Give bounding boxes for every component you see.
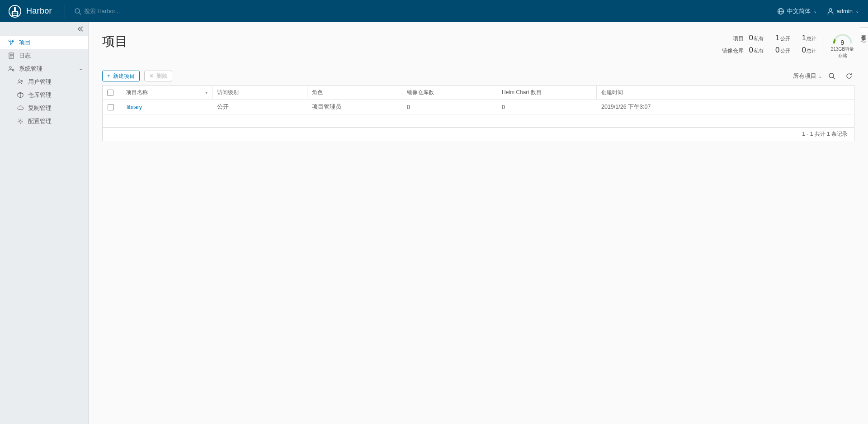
delete-label: 删除 xyxy=(156,72,167,80)
chevron-down-icon: ⌄ xyxy=(855,9,859,14)
svg-point-20 xyxy=(21,80,22,81)
col-chart-count[interactable]: Helm Chart 数目 xyxy=(497,86,596,99)
cell-repo-count: 0 xyxy=(402,101,497,113)
sidebar-item-label: 项目 xyxy=(19,38,31,47)
storage-value: 9 xyxy=(830,38,854,46)
search-button[interactable] xyxy=(826,71,837,81)
sidebar-item-label: 配置管理 xyxy=(28,117,52,125)
cell-role: 项目管理员 xyxy=(307,100,402,114)
sidebar: 项目 日志 系统管理 ⌄ 用户管理 仓库管理 xyxy=(0,22,89,424)
search-input[interactable] xyxy=(84,8,184,14)
cell-chart-count: 0 xyxy=(497,101,596,113)
brand-title: Harbor xyxy=(26,6,52,16)
new-project-button[interactable]: + 新建项目 xyxy=(102,71,140,81)
projects-table: 项目名称 ▾ 访问级别 角色 镜像仓库数 Helm Chart 数目 创建时间 … xyxy=(102,85,854,141)
sidebar-item-users[interactable]: 用户管理 xyxy=(0,75,88,88)
stat-proj-private: 0 xyxy=(749,33,753,42)
cell-access: 公开 xyxy=(212,100,307,114)
svg-point-2 xyxy=(75,9,80,13)
harbor-logo-icon xyxy=(8,5,22,18)
users-icon xyxy=(17,79,24,85)
storage-capacity: 213GB容量 xyxy=(830,46,854,52)
logs-icon xyxy=(8,52,14,59)
sidebar-item-label: 仓库管理 xyxy=(28,91,52,99)
cube-icon xyxy=(17,92,24,98)
sidebar-item-label: 日志 xyxy=(19,52,31,60)
row-checkbox[interactable] xyxy=(108,104,114,110)
col-repo-count[interactable]: 镜像仓库数 xyxy=(402,86,497,99)
sidebar-item-label: 系统管理 xyxy=(19,65,42,73)
stat-proj-public: 1 xyxy=(775,33,779,42)
stats-row-projects-label: 项目 xyxy=(721,33,745,44)
cell-created: 2019/1/26 下午3:07 xyxy=(596,100,854,114)
global-search[interactable] xyxy=(74,8,184,15)
double-chevron-left-icon xyxy=(77,26,84,32)
projects-icon xyxy=(8,39,14,46)
table-row[interactable]: library 公开 项目管理员 0 0 2019/1/26 下午3:07 xyxy=(103,100,854,114)
stat-repo-public: 0 xyxy=(775,46,779,54)
sidebar-item-logs[interactable]: 日志 xyxy=(0,49,88,62)
col-name[interactable]: 项目名称 ▾ xyxy=(122,86,212,99)
table-header: 项目名称 ▾ 访问级别 角色 镜像仓库数 Helm Chart 数目 创建时间 xyxy=(103,86,854,100)
admin-icon xyxy=(8,66,14,72)
svg-point-15 xyxy=(9,66,11,68)
event-log-tab[interactable]: 事件日志 xyxy=(860,27,868,37)
svg-line-23 xyxy=(833,77,835,79)
svg-line-3 xyxy=(79,13,81,14)
main-content: 项目 项目 0私有 1公开 1总计 镜像仓库 0私有 0公开 0总计 xyxy=(89,22,868,424)
table-footer: 1 - 1 共计 1 条记录 xyxy=(103,127,854,141)
sidebar-item-config[interactable]: 配置管理 xyxy=(0,114,88,128)
language-selector[interactable]: 中文简体 ⌄ xyxy=(777,7,817,15)
action-bar: + 新建项目 ✕ 删除 所有项目 ⌄ xyxy=(102,71,854,81)
stats-block: 项目 0私有 1公开 1总计 镜像仓库 0私有 0公开 0总计 xyxy=(721,33,854,59)
storage-card: 9 213GB容量 存储 xyxy=(824,33,854,59)
stat-repo-total: 0 xyxy=(802,46,806,54)
svg-point-7 xyxy=(829,9,832,11)
app-header: Harbor 中文简体 ⌄ admin ⌄ xyxy=(0,0,868,22)
refresh-button[interactable] xyxy=(844,71,854,81)
project-link[interactable]: library xyxy=(127,104,142,110)
brand-block[interactable]: Harbor xyxy=(8,4,65,19)
globe-icon xyxy=(777,8,784,15)
sidebar-item-label: 用户管理 xyxy=(28,78,52,86)
sidebar-collapse-button[interactable] xyxy=(0,22,88,36)
chevron-down-icon: ⌄ xyxy=(813,9,817,14)
sidebar-item-label: 复制管理 xyxy=(28,104,52,112)
svg-point-16 xyxy=(12,69,14,71)
sidebar-item-replication[interactable]: 复制管理 xyxy=(0,101,88,114)
delete-button[interactable]: ✕ 删除 xyxy=(144,71,172,81)
filter-label: 所有项目 xyxy=(793,72,816,80)
stat-proj-total: 1 xyxy=(802,33,806,42)
svg-point-19 xyxy=(19,80,20,81)
search-icon xyxy=(74,8,81,15)
svg-point-22 xyxy=(829,73,834,78)
sidebar-item-repos[interactable]: 仓库管理 xyxy=(0,88,88,101)
chevron-down-icon: ⌄ xyxy=(79,66,83,71)
svg-rect-1 xyxy=(14,7,16,11)
language-label: 中文简体 xyxy=(787,7,811,15)
close-icon: ✕ xyxy=(149,73,154,79)
project-filter-dropdown[interactable]: 所有项目 ⌄ xyxy=(793,72,822,80)
user-menu[interactable]: admin ⌄ xyxy=(827,8,859,15)
plus-icon: + xyxy=(107,73,110,79)
sidebar-item-admin[interactable]: 系统管理 ⌄ xyxy=(0,62,88,75)
chevron-down-icon: ⌄ xyxy=(818,74,822,79)
stats-row-repos-label: 镜像仓库 xyxy=(721,45,745,57)
col-created[interactable]: 创建时间 xyxy=(596,86,854,99)
stat-repo-private: 0 xyxy=(749,46,753,54)
col-role[interactable]: 角色 xyxy=(307,86,402,99)
filter-icon[interactable]: ▾ xyxy=(205,90,208,95)
storage-label: 存储 xyxy=(830,52,854,59)
sidebar-item-projects[interactable]: 项目 xyxy=(0,36,88,49)
new-project-label: 新建项目 xyxy=(113,72,135,80)
cloud-icon xyxy=(17,105,24,111)
select-all-checkbox[interactable] xyxy=(107,90,113,96)
col-access[interactable]: 访问级别 xyxy=(212,86,307,99)
user-label: admin xyxy=(837,8,853,14)
gear-icon xyxy=(17,118,24,124)
user-icon xyxy=(827,8,834,15)
page-title: 项目 xyxy=(102,33,127,50)
svg-point-21 xyxy=(19,120,21,122)
